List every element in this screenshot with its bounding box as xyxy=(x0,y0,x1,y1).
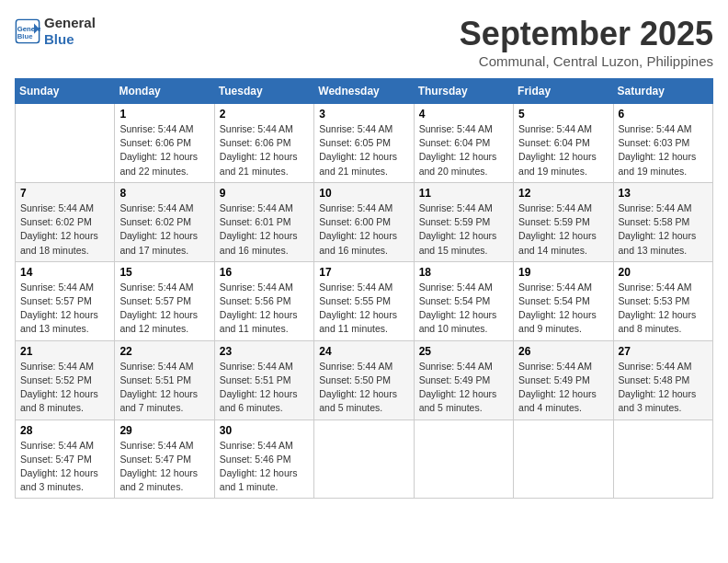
logo-icon: General Blue xyxy=(15,18,40,44)
day-number: 16 xyxy=(220,266,309,279)
calendar-cell: 25Sunrise: 5:44 AM Sunset: 5:49 PM Dayli… xyxy=(414,340,513,419)
header-saturday: Saturday xyxy=(613,79,712,104)
calendar-cell: 15Sunrise: 5:44 AM Sunset: 5:57 PM Dayli… xyxy=(115,261,214,340)
calendar-cell: 20Sunrise: 5:44 AM Sunset: 5:53 PM Dayli… xyxy=(613,261,712,340)
calendar-cell xyxy=(613,419,712,499)
calendar-cell: 7Sunrise: 5:44 AM Sunset: 6:02 PM Daylig… xyxy=(16,182,115,261)
day-info: Sunrise: 5:44 AM Sunset: 5:59 PM Dayligh… xyxy=(419,201,508,258)
day-info: Sunrise: 5:44 AM Sunset: 6:00 PM Dayligh… xyxy=(319,201,408,258)
day-info: Sunrise: 5:44 AM Sunset: 5:58 PM Dayligh… xyxy=(619,201,708,258)
calendar-cell: 30Sunrise: 5:44 AM Sunset: 5:46 PM Dayli… xyxy=(214,419,313,499)
day-info: Sunrise: 5:44 AM Sunset: 5:55 PM Dayligh… xyxy=(319,281,408,337)
calendar-header: SundayMondayTuesdayWednesdayThursdayFrid… xyxy=(16,79,713,104)
day-info: Sunrise: 5:44 AM Sunset: 5:49 PM Dayligh… xyxy=(518,360,608,416)
day-number: 12 xyxy=(518,187,608,200)
day-number: 29 xyxy=(119,424,209,437)
calendar-cell xyxy=(16,104,115,183)
calendar-week-3: 14Sunrise: 5:44 AM Sunset: 5:57 PM Dayli… xyxy=(16,261,713,340)
day-info: Sunrise: 5:44 AM Sunset: 5:56 PM Dayligh… xyxy=(220,281,309,337)
header-sunday: Sunday xyxy=(16,79,115,104)
day-number: 7 xyxy=(20,187,109,200)
day-number: 9 xyxy=(220,187,309,200)
day-number: 20 xyxy=(619,266,708,279)
day-info: Sunrise: 5:44 AM Sunset: 5:57 PM Dayligh… xyxy=(119,281,209,337)
calendar-cell: 13Sunrise: 5:44 AM Sunset: 5:58 PM Dayli… xyxy=(613,182,712,261)
day-number: 1 xyxy=(119,108,209,121)
day-info: Sunrise: 5:44 AM Sunset: 5:48 PM Dayligh… xyxy=(619,360,708,416)
header-thursday: Thursday xyxy=(414,79,513,104)
calendar-cell: 8Sunrise: 5:44 AM Sunset: 6:02 PM Daylig… xyxy=(115,182,214,261)
day-number: 3 xyxy=(319,108,408,121)
calendar-cell: 9Sunrise: 5:44 AM Sunset: 6:01 PM Daylig… xyxy=(214,182,313,261)
day-info: Sunrise: 5:44 AM Sunset: 5:49 PM Dayligh… xyxy=(419,360,508,416)
calendar-cell: 5Sunrise: 5:44 AM Sunset: 6:04 PM Daylig… xyxy=(514,104,613,183)
day-info: Sunrise: 5:44 AM Sunset: 6:04 PM Dayligh… xyxy=(419,122,508,178)
day-number: 15 xyxy=(119,266,209,279)
calendar-cell: 24Sunrise: 5:44 AM Sunset: 5:50 PM Dayli… xyxy=(314,340,414,419)
day-number: 4 xyxy=(419,108,508,121)
header-tuesday: Tuesday xyxy=(214,79,313,104)
header-wednesday: Wednesday xyxy=(314,79,414,104)
day-info: Sunrise: 5:44 AM Sunset: 5:57 PM Dayligh… xyxy=(20,281,109,337)
calendar-week-2: 7Sunrise: 5:44 AM Sunset: 6:02 PM Daylig… xyxy=(16,182,713,261)
day-info: Sunrise: 5:44 AM Sunset: 6:05 PM Dayligh… xyxy=(319,122,408,178)
day-number: 28 xyxy=(20,424,109,437)
calendar-cell xyxy=(514,419,613,499)
day-info: Sunrise: 5:44 AM Sunset: 6:02 PM Dayligh… xyxy=(119,201,209,258)
day-info: Sunrise: 5:44 AM Sunset: 5:47 PM Dayligh… xyxy=(119,439,209,495)
calendar-cell: 12Sunrise: 5:44 AM Sunset: 5:59 PM Dayli… xyxy=(514,182,613,261)
calendar-cell: 10Sunrise: 5:44 AM Sunset: 6:00 PM Dayli… xyxy=(314,182,414,261)
calendar-cell: 23Sunrise: 5:44 AM Sunset: 5:51 PM Dayli… xyxy=(214,340,313,419)
day-number: 17 xyxy=(319,266,408,279)
day-info: Sunrise: 5:44 AM Sunset: 5:54 PM Dayligh… xyxy=(419,281,508,337)
day-number: 27 xyxy=(619,345,708,358)
calendar-cell: 29Sunrise: 5:44 AM Sunset: 5:47 PM Dayli… xyxy=(115,419,214,499)
logo: General Blue General Blue xyxy=(15,15,96,48)
day-info: Sunrise: 5:44 AM Sunset: 5:47 PM Dayligh… xyxy=(20,439,109,495)
day-info: Sunrise: 5:44 AM Sunset: 6:06 PM Dayligh… xyxy=(119,122,209,178)
day-info: Sunrise: 5:44 AM Sunset: 5:52 PM Dayligh… xyxy=(20,360,109,416)
header-monday: Monday xyxy=(115,79,214,104)
calendar-cell: 17Sunrise: 5:44 AM Sunset: 5:55 PM Dayli… xyxy=(314,261,414,340)
calendar-cell: 16Sunrise: 5:44 AM Sunset: 5:56 PM Dayli… xyxy=(214,261,313,340)
day-info: Sunrise: 5:44 AM Sunset: 5:50 PM Dayligh… xyxy=(319,360,408,416)
day-info: Sunrise: 5:44 AM Sunset: 5:46 PM Dayligh… xyxy=(220,439,309,495)
calendar-cell: 3Sunrise: 5:44 AM Sunset: 6:05 PM Daylig… xyxy=(314,104,414,183)
day-number: 18 xyxy=(419,266,508,279)
day-number: 26 xyxy=(518,345,608,358)
calendar-cell: 11Sunrise: 5:44 AM Sunset: 5:59 PM Dayli… xyxy=(414,182,513,261)
day-number: 23 xyxy=(220,345,309,358)
day-number: 24 xyxy=(319,345,408,358)
month-title: September 2025 xyxy=(460,15,713,53)
calendar-week-1: 1Sunrise: 5:44 AM Sunset: 6:06 PM Daylig… xyxy=(16,104,713,183)
day-info: Sunrise: 5:44 AM Sunset: 6:01 PM Dayligh… xyxy=(220,201,309,258)
header: General Blue General Blue September 2025… xyxy=(15,15,713,69)
calendar-cell: 21Sunrise: 5:44 AM Sunset: 5:52 PM Dayli… xyxy=(16,340,115,419)
calendar-cell: 18Sunrise: 5:44 AM Sunset: 5:54 PM Dayli… xyxy=(414,261,513,340)
calendar-cell: 2Sunrise: 5:44 AM Sunset: 6:06 PM Daylig… xyxy=(214,104,313,183)
day-number: 25 xyxy=(419,345,508,358)
day-number: 11 xyxy=(419,187,508,200)
calendar-cell: 28Sunrise: 5:44 AM Sunset: 5:47 PM Dayli… xyxy=(16,419,115,499)
calendar-cell: 14Sunrise: 5:44 AM Sunset: 5:57 PM Dayli… xyxy=(16,261,115,340)
day-number: 2 xyxy=(220,108,309,121)
logo-general: General xyxy=(44,15,96,31)
calendar-week-4: 21Sunrise: 5:44 AM Sunset: 5:52 PM Dayli… xyxy=(16,340,713,419)
day-info: Sunrise: 5:44 AM Sunset: 5:53 PM Dayligh… xyxy=(619,281,708,337)
day-number: 30 xyxy=(220,424,309,437)
calendar-cell xyxy=(414,419,513,499)
day-number: 22 xyxy=(119,345,209,358)
calendar-cell: 27Sunrise: 5:44 AM Sunset: 5:48 PM Dayli… xyxy=(613,340,712,419)
day-number: 10 xyxy=(319,187,408,200)
header-friday: Friday xyxy=(514,79,613,104)
day-number: 6 xyxy=(619,108,708,121)
day-number: 8 xyxy=(119,187,209,200)
calendar-cell: 19Sunrise: 5:44 AM Sunset: 5:54 PM Dayli… xyxy=(514,261,613,340)
calendar-cell: 22Sunrise: 5:44 AM Sunset: 5:51 PM Dayli… xyxy=(115,340,214,419)
logo-blue: Blue xyxy=(44,31,96,48)
title-area: September 2025 Communal, Central Luzon, … xyxy=(460,15,713,69)
header-row: SundayMondayTuesdayWednesdayThursdayFrid… xyxy=(16,79,713,104)
day-info: Sunrise: 5:44 AM Sunset: 6:04 PM Dayligh… xyxy=(518,122,608,178)
day-number: 14 xyxy=(20,266,109,279)
day-info: Sunrise: 5:44 AM Sunset: 5:51 PM Dayligh… xyxy=(119,360,209,416)
